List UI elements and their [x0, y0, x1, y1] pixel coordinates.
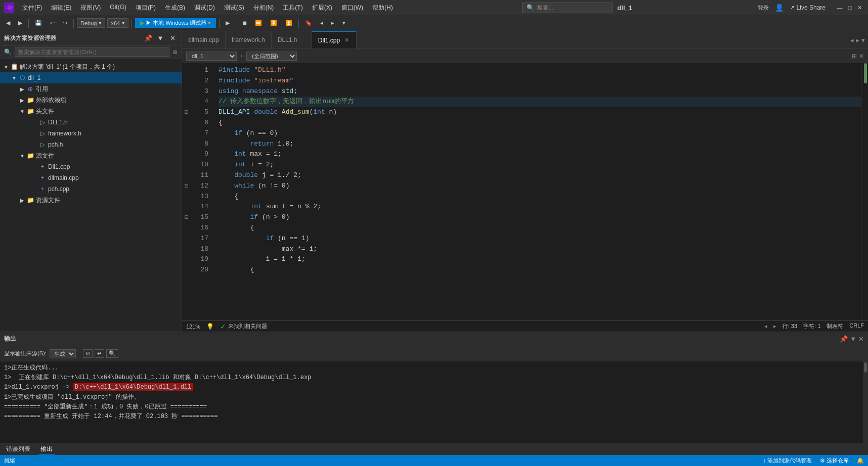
tree-pchh[interactable]: ▷ pch.h	[0, 139, 182, 150]
tree-dll1h[interactable]: ▷ DLL1.h	[0, 117, 182, 128]
bookmark-dropdown-btn[interactable]: ▾	[339, 19, 349, 27]
bookmark-btn[interactable]: 🔖	[302, 19, 315, 27]
login-button[interactable]: 登录	[758, 4, 769, 12]
save-all-button[interactable]: 💾	[32, 19, 45, 27]
menu-extensions[interactable]: 扩展(X)	[308, 3, 336, 13]
fold-5[interactable]: ⊟	[182, 107, 191, 118]
bottom-tab-errors[interactable]: 错误列表	[4, 444, 32, 454]
sidebar-close-btn[interactable]: ✕	[167, 33, 178, 43]
redo-button[interactable]: ↪	[60, 19, 70, 27]
tab-dll1cpp-close[interactable]: ✕	[343, 37, 350, 44]
tree-pchcpp[interactable]: + pch.cpp	[0, 183, 182, 195]
code-content[interactable]: #include "DLL1.h" #include "iostream" us…	[214, 63, 861, 320]
undo-button[interactable]: ↩	[47, 19, 58, 27]
live-share-button[interactable]: ↗ Live Share	[790, 4, 826, 11]
output-source-select[interactable]: 生成	[50, 349, 76, 358]
editor-scrollbar[interactable]	[861, 63, 868, 320]
tree-references[interactable]: ▶ ⊕ 引用	[0, 83, 182, 95]
tab-dll1cpp[interactable]: Dll1.cpp ✕	[312, 31, 357, 49]
sidebar-collapse-btn[interactable]: ▼	[155, 33, 165, 43]
tree-resources[interactable]: ▶ 📁 资源文件	[0, 195, 182, 206]
pchcpp-expand	[30, 185, 38, 193]
title-search[interactable]: 🔍 搜索...	[522, 3, 613, 13]
minimize-button[interactable]: —	[836, 4, 844, 12]
maximize-button[interactable]: □	[846, 4, 854, 12]
nav-back-button[interactable]: ◀	[3, 19, 13, 27]
editor-scroll-right[interactable]: ▸	[773, 323, 776, 330]
tree-solution[interactable]: ▼ 📋 解决方案 'dll_1' (1 个项目，共 1 个)	[0, 61, 182, 72]
bookmark-next-btn[interactable]: ▸	[328, 19, 337, 27]
bookmark-prev-btn[interactable]: ◂	[317, 19, 326, 27]
run-btn[interactable]: ▶	[223, 19, 233, 27]
project-nav-dropdown[interactable]: dll_1	[186, 52, 237, 61]
fold-15[interactable]: ⊟	[182, 212, 191, 223]
menu-help[interactable]: 帮助(H)	[368, 3, 397, 13]
tree-headers[interactable]: ▼ 📁 头文件	[0, 106, 182, 117]
person-icon: 👤	[775, 4, 784, 12]
output-content[interactable]: 1>正在生成代码... 1> 正在创建库 D:\c++\dll_1\x64\De…	[0, 361, 863, 443]
menu-view[interactable]: 视图(V)	[76, 3, 105, 13]
debug-step-into-btn[interactable]: ⏬	[267, 19, 280, 27]
tab-framework[interactable]: framework.h	[226, 31, 272, 49]
menu-debug[interactable]: 调试(D)	[190, 3, 219, 13]
tab-scroll-left[interactable]: ◂	[850, 36, 854, 44]
menu-git[interactable]: Git(G)	[106, 3, 131, 13]
tree-sources[interactable]: ▼ 📁 源文件	[0, 150, 182, 161]
menu-test[interactable]: 测试(S)	[220, 3, 248, 13]
menu-edit[interactable]: 编辑(E)	[47, 3, 75, 13]
scope-nav-dropdown[interactable]: (全局范围)	[246, 52, 297, 61]
run-arrow: ▾	[208, 20, 211, 26]
debug-step-out-btn[interactable]: ⏫	[282, 19, 295, 27]
bottom-tab-output[interactable]: 输出	[38, 444, 55, 455]
run-debugger-button[interactable]: ▶ ▶ 本地 Windows 调试器 ▾	[135, 18, 216, 28]
notification-icon[interactable]: 🔔	[857, 457, 864, 464]
menu-project[interactable]: 项目(P)	[132, 3, 160, 13]
toolbar-sep-1	[28, 19, 29, 28]
menu-window[interactable]: 窗口(W)	[337, 3, 367, 13]
tree-dll1cpp[interactable]: + Dll1.cpp	[0, 161, 182, 172]
output-find-btn[interactable]: 🔍	[106, 349, 118, 358]
menu-build[interactable]: 生成(B)	[161, 3, 189, 13]
output-word-wrap-btn[interactable]: ↵	[95, 349, 104, 358]
tree-frameworkh[interactable]: ▷ framework.h	[0, 128, 182, 139]
tree-project[interactable]: ▼ ⬡ dll_1	[0, 72, 182, 83]
sidebar-pin-btn[interactable]: 📌	[143, 33, 153, 43]
external-arrow: ▶	[18, 96, 26, 104]
platform-dropdown[interactable]: x64 ▾	[107, 18, 128, 28]
debug-step-over-btn[interactable]: ⏩	[252, 19, 265, 27]
menu-tools[interactable]: 工具(T)	[279, 3, 307, 13]
tree-external-deps[interactable]: ▶ 📁 外部依赖项	[0, 95, 182, 106]
tree-dllmaincpp[interactable]: + dllmain.cpp	[0, 172, 182, 183]
lightbulb-icon[interactable]: 💡	[206, 323, 214, 330]
toolbar-sep-6	[298, 19, 299, 28]
frameworkh-expand	[30, 129, 38, 137]
tab-type: 制表符	[827, 322, 843, 330]
nav-forward-button[interactable]: ▶	[15, 19, 25, 27]
close-button[interactable]: ✕	[856, 4, 864, 12]
editor-close-btn[interactable]: ✕	[859, 53, 864, 60]
sources-icon: 📁	[26, 152, 34, 160]
output-collapse-btn[interactable]: ▼	[850, 335, 856, 343]
select-repository[interactable]: ⚙ 选择仓库	[820, 457, 849, 464]
sidebar-search-btn[interactable]: ⊕	[172, 49, 178, 56]
add-to-source-control[interactable]: ↑ 添加到源代码管理	[763, 457, 812, 464]
output-scrollbar[interactable]	[863, 361, 868, 443]
menu-analyze[interactable]: 分析(N)	[249, 3, 278, 13]
tab-list-btn[interactable]: ▾	[861, 36, 865, 44]
tab-dllmain[interactable]: dllmain.cpp	[182, 31, 226, 49]
project-icon: ⬡	[18, 74, 26, 82]
fold-12[interactable]: ⊟	[182, 181, 191, 192]
config-dropdown[interactable]: Debug ▾	[77, 18, 105, 28]
output-close-btn[interactable]: ✕	[858, 335, 864, 343]
editor-scroll-left[interactable]: ◂	[764, 323, 767, 330]
editor-split-btn[interactable]: ⊞	[852, 53, 857, 60]
menu-file[interactable]: 文件(F)	[18, 3, 46, 13]
output-clear-btn[interactable]: ⊘	[83, 349, 93, 358]
code-line-9: int max = 1;	[219, 149, 861, 160]
debug-stop-btn[interactable]: ◼	[239, 19, 250, 27]
tab-scroll-right[interactable]: ▸	[856, 36, 859, 44]
tab-dll1h[interactable]: DLL1.h	[272, 31, 312, 49]
menu-bar: 文件(F) 编辑(E) 视图(V) Git(G) 项目(P) 生成(B) 调试(…	[18, 3, 397, 13]
output-pin-btn[interactable]: 📌	[840, 335, 848, 343]
sidebar-search-input[interactable]	[15, 48, 169, 57]
